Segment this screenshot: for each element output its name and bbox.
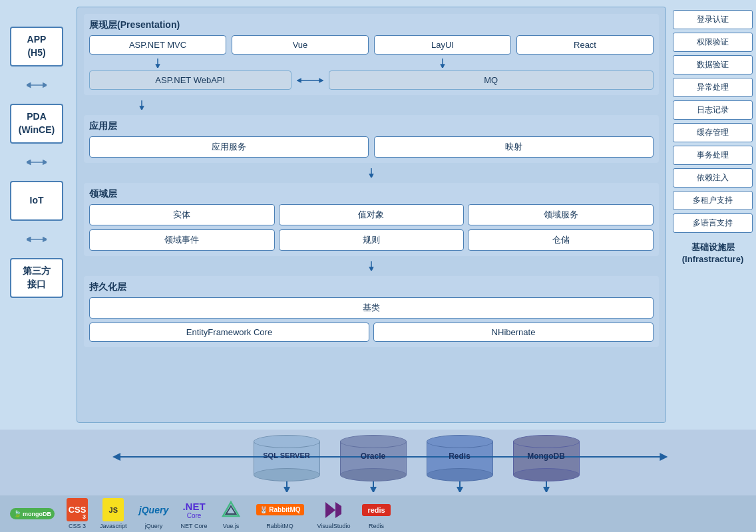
client-pda: PDA (WinCE) <box>10 104 63 144</box>
mq-box: MQ <box>329 70 654 90</box>
vert-arrows-row <box>87 483 746 493</box>
arrow-to-mq <box>438 59 448 68</box>
value-object-box: 值对象 <box>279 204 465 225</box>
left-arrow-1 <box>27 80 47 90</box>
client-iot: IoT <box>10 181 63 221</box>
nhibernate-box: NHibernate <box>373 323 654 342</box>
domain-service-box: 领域服务 <box>468 204 654 225</box>
svg-marker-16 <box>325 502 335 518</box>
db-oracle: Oracle <box>340 435 407 480</box>
arrow-to-webapi <box>153 59 163 68</box>
logo-mongodb: 🍃 mongoDB <box>10 508 55 519</box>
orm-row: EntityFramework Core NHibernate <box>89 323 654 342</box>
full-layout: APP (H5) PDA (WinCE) IoT <box>0 0 756 532</box>
infra-title: 基础设施层 (Infrastracture) <box>673 241 753 265</box>
db-row: SQL SERVER Oracle Redis <box>87 435 746 483</box>
logo-css3: CSS 3 CSS 3 <box>67 498 88 529</box>
mapping-box: 映射 <box>374 136 654 158</box>
persistence-layer: 持久化层 基类 EntityFramework Core NHibernate <box>84 276 659 347</box>
domain-title: 领域层 <box>89 188 654 200</box>
infra-login: 登录认证 <box>673 10 753 29</box>
left-arrow-2 <box>27 157 47 168</box>
infra-exception: 异常处理 <box>673 78 753 97</box>
logo-jquery: jQuery jQuery <box>139 498 169 529</box>
presentation-title: 展现层(Presentation) <box>89 19 654 31</box>
bidir-arrow-middleware <box>297 75 323 86</box>
right-sidebar: 登录认证 权限验证 数据验证 异常处理 日志记录 缓存管理 事务处理 依赖注入 <box>669 0 756 430</box>
vue-box: Vue <box>232 35 369 55</box>
application-layer: 应用层 应用服务 映射 <box>84 115 659 163</box>
logo-visualstudio: VisualStudio <box>317 498 351 529</box>
client-third: 第三方 接口 <box>10 258 63 298</box>
persistence-title: 持久化层 <box>89 281 654 293</box>
application-title: 应用层 <box>89 120 654 132</box>
rule-box: 规则 <box>279 229 465 251</box>
left-arrow-3 <box>27 234 47 245</box>
svg-marker-17 <box>335 502 341 518</box>
domain-layer: 领域层 实体 值对象 领域服务 <box>84 183 659 256</box>
arch-wrapper: 展现层(Presentation) ASP.NET MVC Vue LayUI <box>77 7 666 423</box>
infra-di: 依赖注入 <box>673 168 753 188</box>
logo-redis: redis Redis <box>362 498 390 529</box>
react-box: React <box>516 35 654 55</box>
base-class-row: 基类 <box>89 297 654 319</box>
logo-vuejs: Vue.js <box>220 498 243 529</box>
arrow-domain-to-persist <box>84 261 659 271</box>
db-mongodb: MongoDB <box>513 435 580 480</box>
aspnet-mvc-box: ASP.NET MVC <box>89 35 226 55</box>
presentation-frameworks: ASP.NET MVC Vue LayUI React <box>89 35 654 55</box>
left-sidebar: APP (H5) PDA (WinCE) IoT <box>0 0 73 430</box>
infra-log: 日志记录 <box>673 100 753 120</box>
client-app: APP (H5) <box>10 27 63 66</box>
center-architecture: 展现层(Presentation) ASP.NET MVC Vue LayUI <box>73 0 669 430</box>
entity-box: 实体 <box>89 204 275 225</box>
infra-transaction: 事务处理 <box>673 146 753 165</box>
logo-dotnet-core: .NET Core NET Core <box>181 498 208 529</box>
logo-rabbitmq: 🐰 RabbitMQ RabbitMQ <box>255 498 305 529</box>
layui-box: LayUI <box>374 35 511 55</box>
db-sqlserver: SQL SERVER <box>254 435 320 480</box>
presentation-layer: 展现层(Presentation) ASP.NET MVC Vue LayUI <box>84 14 659 95</box>
ef-core-box: EntityFramework Core <box>89 323 369 342</box>
infra-multilang: 多语言支持 <box>673 213 753 233</box>
bottom-section: SQL SERVER Oracle Redis <box>0 430 756 495</box>
infra-validation: 数据验证 <box>673 55 753 74</box>
top-section: APP (H5) PDA (WinCE) IoT <box>0 0 756 430</box>
logo-javascript: JS Javascript <box>100 498 127 529</box>
arrow-pres-to-app <box>84 100 659 110</box>
logo-bar: 🍃 mongoDB CSS 3 CSS 3 JS Javascript jQue… <box>0 495 756 532</box>
domain-row1: 实体 值对象 领域服务 <box>89 204 654 225</box>
webapi-box: ASP.NET WebAPI <box>89 70 291 90</box>
app-service-box: 应用服务 <box>89 136 369 158</box>
db-redis: Redis <box>427 435 493 480</box>
infra-auth: 权限验证 <box>673 33 753 52</box>
warehouse-box: 仓储 <box>468 229 654 251</box>
arrow-app-to-domain <box>84 168 659 178</box>
infra-cache: 缓存管理 <box>673 123 753 142</box>
base-class-box: 基类 <box>89 297 654 319</box>
domain-event-box: 领域事件 <box>89 229 275 251</box>
domain-row2: 领域事件 规则 仓储 <box>89 229 654 251</box>
middleware-row: ASP.NET WebAPI <box>89 70 654 90</box>
application-items: 应用服务 映射 <box>89 136 654 158</box>
infra-multitenant: 多租户支持 <box>673 191 753 210</box>
